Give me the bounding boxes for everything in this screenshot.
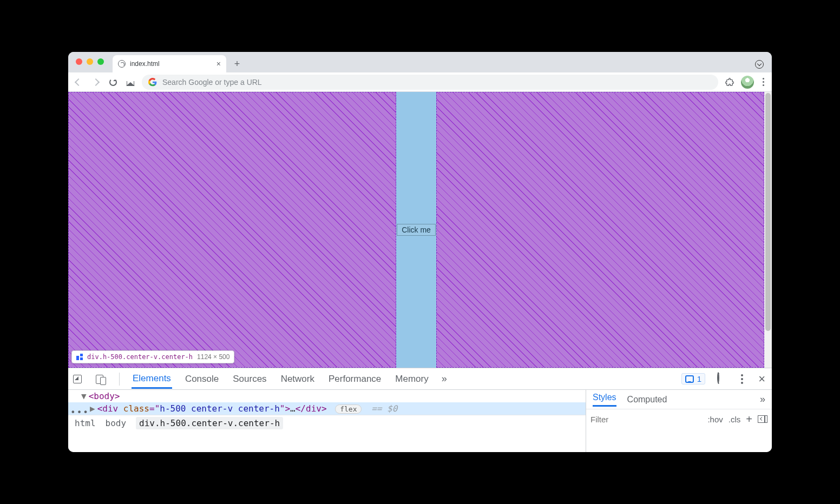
profile-avatar[interactable] bbox=[741, 76, 754, 89]
styles-tabs: Styles Computed » bbox=[586, 390, 772, 409]
vertical-scrollbar[interactable] bbox=[764, 92, 772, 368]
tooltip-dimensions: 1124 × 500 bbox=[197, 353, 229, 361]
console-ref: == $0 bbox=[371, 403, 397, 414]
browser-toolbar: Search Google or type a URL bbox=[68, 72, 772, 92]
tab-title: index.html bbox=[130, 60, 160, 68]
more-styles-tabs[interactable]: » bbox=[760, 394, 765, 405]
back-button[interactable] bbox=[73, 76, 84, 88]
devtools-menu-button[interactable] bbox=[741, 374, 743, 384]
google-icon bbox=[148, 78, 157, 87]
devtools-body: ▼<body> ••• ▶<div class="h-500 center-v … bbox=[68, 390, 772, 452]
crumb-div[interactable]: div.h-500.center-v.center-h bbox=[136, 417, 283, 429]
devtools-tabbar: Elements Console Sources Network Perform… bbox=[68, 368, 772, 390]
page-viewport: Click me div.h-500.center-v.center-h 112… bbox=[68, 92, 772, 368]
crumb-body[interactable]: body bbox=[106, 418, 127, 428]
device-toolbar-button[interactable] bbox=[95, 373, 107, 385]
browser-tab[interactable]: index.html × bbox=[113, 55, 226, 72]
close-tab-button[interactable]: × bbox=[216, 59, 221, 68]
new-tab-button[interactable]: + bbox=[229, 56, 245, 71]
styles-sidebar: Styles Computed » :hov .cls + bbox=[586, 390, 772, 452]
element-inspect-tooltip: div.h-500.center-v.center-h 1124 × 500 bbox=[71, 350, 234, 363]
reload-icon bbox=[109, 78, 117, 86]
close-devtools-button[interactable]: × bbox=[755, 372, 769, 386]
cls-toggle[interactable]: .cls bbox=[729, 415, 741, 424]
arrow-left-icon bbox=[75, 78, 82, 85]
browser-window: index.html × + Search Google or type a U… bbox=[68, 52, 772, 452]
puzzle-icon bbox=[725, 78, 734, 87]
tab-computed[interactable]: Computed bbox=[627, 395, 667, 404]
tab-elements[interactable]: Elements bbox=[132, 369, 172, 389]
browser-menu-button[interactable] bbox=[759, 78, 767, 86]
dom-node-body[interactable]: ▼<body> bbox=[68, 390, 586, 402]
address-bar[interactable]: Search Google or type a URL bbox=[142, 75, 718, 90]
ellipsis-icon[interactable]: ••• bbox=[70, 407, 89, 417]
devtools-panel: Elements Console Sources Network Perform… bbox=[68, 368, 772, 452]
arrow-right-icon bbox=[92, 78, 100, 85]
page-content: Click me div.h-500.center-v.center-h 112… bbox=[68, 92, 764, 368]
click-me-button[interactable]: Click me bbox=[397, 224, 436, 236]
tab-memory[interactable]: Memory bbox=[394, 369, 429, 389]
tab-strip: index.html × + bbox=[68, 52, 772, 72]
minimize-window-button[interactable] bbox=[87, 58, 93, 65]
omnibox-placeholder: Search Google or type a URL bbox=[162, 78, 262, 87]
body-tag-text: <body> bbox=[89, 391, 120, 401]
maximize-window-button[interactable] bbox=[97, 58, 104, 65]
tab-performance[interactable]: Performance bbox=[327, 369, 382, 389]
gear-icon bbox=[717, 372, 719, 383]
crumb-html[interactable]: html bbox=[75, 418, 96, 428]
tab-styles[interactable]: Styles bbox=[593, 393, 616, 407]
divider bbox=[119, 373, 120, 386]
tooltip-selector: div.h-500.center-v.center-h bbox=[87, 353, 193, 361]
hov-toggle[interactable]: :hov bbox=[707, 415, 723, 424]
inspect-element-button[interactable] bbox=[71, 373, 83, 385]
issues-badge[interactable]: 1 bbox=[681, 373, 705, 384]
flex-free-space-left-overlay bbox=[68, 92, 396, 368]
elements-tree[interactable]: ▼<body> ••• ▶<div class="h-500 center-v … bbox=[68, 390, 586, 452]
styles-toolbar: :hov .cls + bbox=[586, 409, 772, 429]
caret-down-icon[interactable]: ▼ bbox=[81, 391, 87, 401]
issues-count: 1 bbox=[697, 374, 701, 383]
breadcrumbs: html body div.h-500.center-v.center-h bbox=[68, 415, 586, 431]
new-style-rule-button[interactable]: + bbox=[746, 413, 752, 426]
inspected-flex-container: Click me bbox=[68, 92, 764, 368]
reload-button[interactable] bbox=[107, 76, 119, 88]
close-window-button[interactable] bbox=[76, 58, 82, 65]
extensions-button[interactable] bbox=[724, 76, 736, 88]
tab-network[interactable]: Network bbox=[280, 369, 316, 389]
chat-icon bbox=[685, 375, 694, 383]
dom-node-selected-div[interactable]: ▶<div class="h-500 center-v center-h">…<… bbox=[68, 402, 586, 415]
tab-search-button[interactable] bbox=[754, 59, 764, 69]
tab-sources[interactable]: Sources bbox=[232, 369, 267, 389]
styles-filter-input[interactable] bbox=[590, 415, 702, 424]
toggle-sidebar-button[interactable] bbox=[758, 415, 767, 423]
globe-icon bbox=[118, 60, 126, 68]
chevron-down-icon bbox=[755, 60, 764, 69]
forward-button[interactable] bbox=[90, 76, 102, 88]
scrollbar-thumb[interactable] bbox=[765, 93, 771, 331]
home-button[interactable] bbox=[124, 76, 136, 88]
settings-button[interactable] bbox=[717, 373, 729, 385]
more-tabs-button[interactable]: » bbox=[442, 373, 447, 384]
flex-badge[interactable]: flex bbox=[335, 404, 362, 414]
flex-badge-icon bbox=[76, 354, 83, 360]
tab-console[interactable]: Console bbox=[184, 369, 220, 389]
home-icon bbox=[127, 78, 134, 86]
flex-free-space-right-overlay bbox=[436, 92, 764, 368]
window-controls bbox=[76, 58, 104, 65]
caret-right-icon[interactable]: ▶ bbox=[90, 403, 95, 414]
